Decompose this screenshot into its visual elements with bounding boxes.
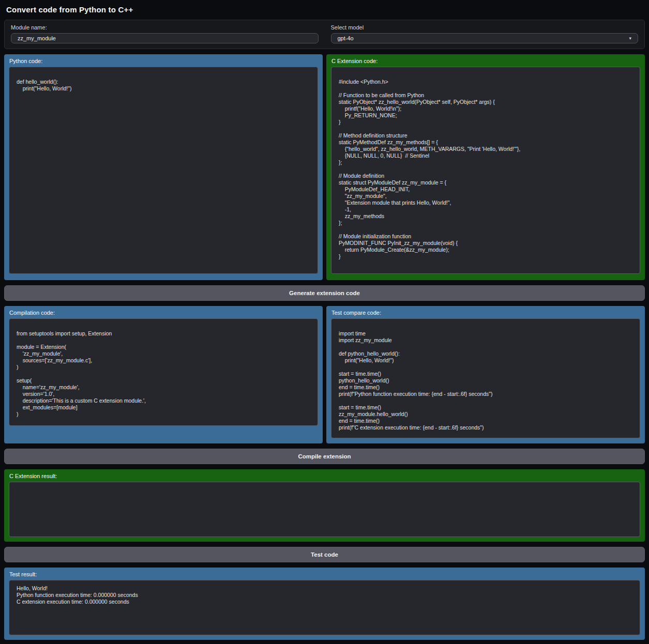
page-title: Convert code from Python to C++: [6, 5, 645, 14]
c-extension-code-label: C Extension code:: [326, 54, 645, 67]
test-result-panel: Test result: Hello, World! Python functi…: [4, 568, 645, 640]
c-extension-result-panel: C Extension result:: [4, 469, 645, 542]
module-name-group: Module name:: [11, 24, 319, 43]
compilation-code-textarea[interactable]: from setuptools import setup, Extension …: [9, 318, 318, 426]
compile-extension-button[interactable]: Compile extension: [4, 449, 645, 464]
module-name-input[interactable]: [11, 33, 319, 43]
compilation-code-label: Compilation code:: [4, 306, 323, 318]
model-select-group: Select model gpt-4o ▾: [331, 24, 639, 43]
settings-panel: Module name: Select model gpt-4o ▾: [4, 20, 645, 49]
test-compare-code-panel: Test compare code: import time import zz…: [326, 306, 645, 443]
model-select-dropdown[interactable]: gpt-4o ▾: [331, 33, 639, 43]
chevron-down-icon: ▾: [629, 36, 631, 41]
app-root: Convert code from Python to C++ Module n…: [0, 0, 649, 644]
test-result-textarea[interactable]: Hello, World! Python function execution …: [9, 580, 640, 635]
python-code-textarea[interactable]: def hello_world(): print("Hello, World!"…: [9, 67, 318, 274]
model-select-value: gpt-4o: [338, 35, 354, 41]
test-compare-code-textarea[interactable]: import time import zz_my_module def pyth…: [331, 318, 640, 438]
code-row: Python code: def hello_world(): print("H…: [4, 54, 645, 280]
python-code-panel: Python code: def hello_world(): print("H…: [4, 54, 323, 280]
c-extension-code-textarea[interactable]: #include <Python.h> // Function to be ca…: [331, 67, 640, 274]
generate-extension-code-button[interactable]: Generate extension code: [4, 285, 645, 301]
test-result-label: Test result:: [4, 568, 645, 580]
compilation-code-panel: Compilation code: from setuptools import…: [4, 306, 323, 443]
model-select-label: Select model: [331, 24, 639, 30]
c-extension-result-textarea[interactable]: [9, 482, 640, 537]
c-extension-code-panel: C Extension code: #include <Python.h> //…: [326, 54, 645, 280]
c-extension-result-label: C Extension result:: [4, 469, 645, 482]
python-code-label: Python code:: [4, 54, 323, 67]
test-code-button[interactable]: Test code: [4, 547, 645, 562]
compile-test-row: Compilation code: from setuptools import…: [4, 306, 645, 443]
test-compare-code-label: Test compare code:: [326, 306, 645, 318]
module-name-label: Module name:: [11, 24, 319, 30]
